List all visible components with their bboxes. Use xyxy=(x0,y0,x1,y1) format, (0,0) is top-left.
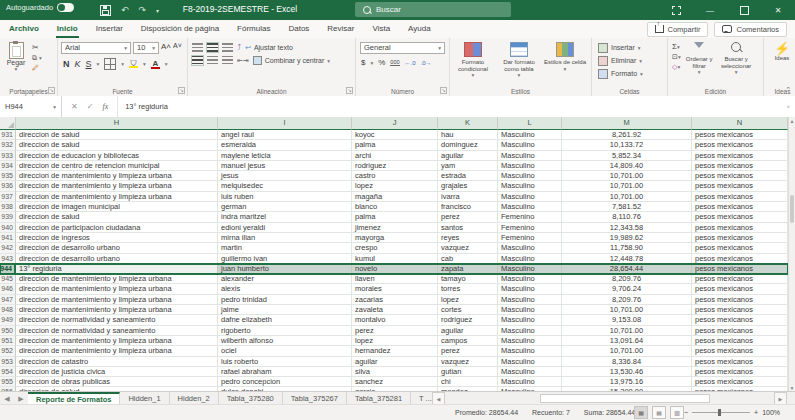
cell-L941[interactable]: Femenino xyxy=(498,233,562,243)
cell-K949[interactable]: rodriguez xyxy=(438,315,498,325)
cell-N945[interactable]: pesos mexicanos xyxy=(692,274,788,284)
normal-view-icon[interactable]: ▦ xyxy=(634,406,648,419)
cell-K931[interactable]: hau xyxy=(438,130,498,140)
cell-H936[interactable]: direccion de mantenimiento y limpieza ur… xyxy=(16,181,218,191)
borders-icon[interactable] xyxy=(104,58,116,70)
fill-icon[interactable]: ⊡▾ xyxy=(672,53,681,61)
cell-J946[interactable]: morales xyxy=(352,284,438,294)
cell-K954[interactable]: gutian xyxy=(438,367,498,377)
cell-N944[interactable]: pesos mexicanos xyxy=(692,264,788,274)
cell-K939[interactable]: perez xyxy=(438,212,498,222)
cell-K951[interactable]: campos xyxy=(438,336,498,346)
cut-icon[interactable]: ✂ xyxy=(32,43,42,52)
clear-icon[interactable]: ◇▾ xyxy=(672,63,681,71)
ideas-button[interactable]: ⚡ Ideas xyxy=(764,38,795,62)
cell-H931[interactable]: direccion de salud xyxy=(16,130,218,140)
cell-N936[interactable]: pesos mexicanos xyxy=(692,181,788,191)
cell-M947[interactable]: 8,209.76 xyxy=(562,295,692,305)
cell-J931[interactable]: koyoc xyxy=(352,130,438,140)
cell-I951[interactable]: wilberth alfonso xyxy=(218,336,352,346)
column-header-m[interactable]: M xyxy=(562,117,692,130)
row-header-946[interactable]: 946 xyxy=(0,284,16,294)
cell-N946[interactable]: pesos mexicanos xyxy=(692,284,788,294)
column-header-n[interactable]: N xyxy=(692,117,788,130)
cell-J955[interactable]: sanchez xyxy=(352,377,438,387)
font-size-select[interactable]: 10▾ xyxy=(133,42,159,54)
cell-L938[interactable]: Masculino xyxy=(498,202,562,212)
cell-H938[interactable]: direccion de imagen municipal xyxy=(16,202,218,212)
cell-N953[interactable]: pesos mexicanos xyxy=(692,357,788,367)
menu-tab-datos[interactable]: Datos xyxy=(279,20,318,38)
zoom-slider[interactable] xyxy=(692,412,750,413)
cell-J949[interactable]: montalvo xyxy=(352,315,438,325)
cell-N952[interactable]: pesos mexicanos xyxy=(692,346,788,356)
cell-J953[interactable]: aguilar xyxy=(352,357,438,367)
cell-J951[interactable]: lopez xyxy=(352,336,438,346)
row-header-949[interactable]: 949 xyxy=(0,315,16,325)
cell-K934[interactable]: yam xyxy=(438,161,498,171)
column-header-h[interactable]: H xyxy=(16,117,218,130)
cell-L933[interactable]: Masculino xyxy=(498,151,562,161)
cell-K940[interactable]: santos xyxy=(438,223,498,233)
cell-K943[interactable]: cab xyxy=(438,254,498,264)
row-header-943[interactable]: 943 xyxy=(0,254,16,264)
cell-N940[interactable]: pesos mexicanos xyxy=(692,223,788,233)
row-header-954[interactable]: 954 xyxy=(0,367,16,377)
row-header-937[interactable]: 937 xyxy=(0,192,16,202)
cell-H949[interactable]: direccion de normatividad y saneamiento xyxy=(16,315,218,325)
cell-M944[interactable]: 28,654.44 xyxy=(562,264,692,274)
comments-button[interactable]: Comentarios xyxy=(714,22,787,37)
page-layout-view-icon[interactable]: ▤ xyxy=(652,406,666,419)
share-button[interactable]: Compartir xyxy=(647,22,709,37)
cell-M943[interactable]: 12,448.78 xyxy=(562,254,692,264)
copy-icon[interactable]: ⧉ ▾ xyxy=(32,54,42,62)
cell-K935[interactable]: estrada xyxy=(438,171,498,181)
cell-H948[interactable]: direccion de mantenimiento y limpieza ur… xyxy=(16,305,218,315)
cell-M940[interactable]: 12,343.58 xyxy=(562,223,692,233)
cell-I944[interactable]: juan humberto xyxy=(218,264,352,274)
cell-M933[interactable]: 5,852.34 xyxy=(562,151,692,161)
save-icon[interactable] xyxy=(100,5,111,16)
cell-K953[interactable]: vazquez xyxy=(438,357,498,367)
cell-J936[interactable]: lopez xyxy=(352,181,438,191)
cell-M946[interactable]: 9,706.24 xyxy=(562,284,692,294)
zoom-out-icon[interactable]: − xyxy=(684,409,688,416)
cell-I953[interactable]: luis roberto xyxy=(218,357,352,367)
cell-J945[interactable]: llaven xyxy=(352,274,438,284)
select-all-corner[interactable] xyxy=(0,117,16,130)
cell-H942[interactable]: direccion de desarrollo urbano xyxy=(16,243,218,253)
row-header-935[interactable]: 935 xyxy=(0,171,16,181)
shrink-font-icon[interactable]: A˅ xyxy=(173,42,182,54)
cell-I954[interactable]: rafael abraham xyxy=(218,367,352,377)
cell-M937[interactable]: 10,701.00 xyxy=(562,192,692,202)
collapse-ribbon-icon[interactable]: ⌃ xyxy=(785,86,791,94)
cell-K950[interactable]: aguilar xyxy=(438,326,498,336)
cell-M953[interactable]: 8,336.84 xyxy=(562,357,692,367)
cell-H937[interactable]: direccion de mantenimiento y limpieza ur… xyxy=(16,192,218,202)
cell-K952[interactable]: perez xyxy=(438,346,498,356)
cell-N937[interactable]: pesos mexicanos xyxy=(692,192,788,202)
name-box-dropdown-icon[interactable]: ▾ xyxy=(53,104,56,110)
zoom-slider-thumb[interactable] xyxy=(718,409,721,416)
cell-H952[interactable]: direccion de mantenimiento y limpieza ur… xyxy=(16,346,218,356)
ribbon-display-options-icon[interactable] xyxy=(659,0,693,20)
row-header-936[interactable]: 936 xyxy=(0,181,16,191)
row-header-951[interactable]: 951 xyxy=(0,336,16,346)
cell-J954[interactable]: silva xyxy=(352,367,438,377)
cell-L934[interactable]: Masculino xyxy=(498,161,562,171)
row-header-934[interactable]: 934 xyxy=(0,161,16,171)
cell-I936[interactable]: melquisedec xyxy=(218,181,352,191)
cell-H933[interactable]: direccion de educacion y bibliotecas xyxy=(16,151,218,161)
zoom-level[interactable]: 100% xyxy=(762,409,780,416)
row-header-931[interactable]: 931 xyxy=(0,130,16,140)
cell-K942[interactable]: vazquez xyxy=(438,243,498,253)
cell-J938[interactable]: blanco xyxy=(352,202,438,212)
wrap-text-button[interactable]: ↩ Ajustar texto xyxy=(245,44,293,52)
insert-cells-button[interactable]: Insertar▾ xyxy=(598,41,667,54)
maximize-icon[interactable] xyxy=(727,0,761,20)
row-header-942[interactable]: 942 xyxy=(0,243,16,253)
scroll-up-icon[interactable]: ▲ xyxy=(789,118,795,124)
cell-L949[interactable]: Masculino xyxy=(498,315,562,325)
horizontal-scroll-thumb[interactable] xyxy=(540,394,710,403)
menu-tab-archivo[interactable]: Archivo xyxy=(0,20,48,38)
